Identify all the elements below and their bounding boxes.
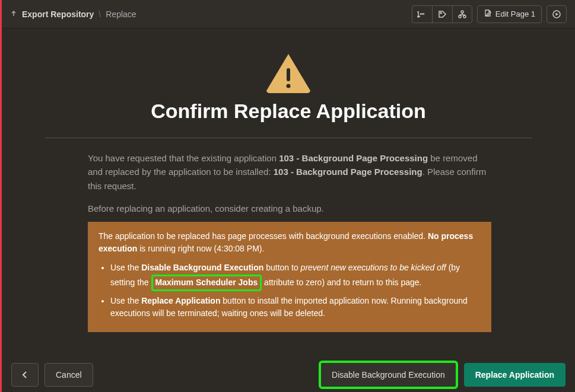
b2-replace: Replace Application: [141, 296, 220, 305]
back-button[interactable]: [11, 363, 39, 387]
backup-hint: Before replacing an application, conside…: [88, 203, 491, 213]
svg-point-9: [287, 84, 291, 88]
svg-point-6: [463, 15, 466, 18]
svg-point-0: [421, 13, 421, 14]
footer: Cancel Disable Background Execution Repl…: [2, 358, 575, 392]
alert-bullet-2: Use the Replace Application button to in…: [110, 295, 481, 320]
svg-point-5: [459, 15, 461, 18]
alert-intro-post: is running right now (4:30:08 PM).: [137, 244, 264, 253]
svg-point-1: [422, 13, 422, 14]
max-scheduler-jobs-highlight: Maximum Scheduler Jobs: [151, 275, 262, 291]
desc-pre: You have requested that the existing app…: [88, 153, 279, 163]
run-icon-button[interactable]: [547, 5, 567, 23]
b1-prevent: prevent new executions to be kicked off: [301, 263, 446, 272]
toolbar-icon-group: [412, 5, 472, 23]
description: You have requested that the existing app…: [88, 151, 491, 193]
b1-pre: Use the: [110, 263, 141, 272]
b2-pre: Use the: [110, 296, 141, 305]
svg-point-2: [424, 13, 424, 14]
tag-icon-button[interactable]: [432, 5, 452, 23]
svg-point-3: [440, 12, 441, 14]
chevron-left-icon: [21, 371, 28, 379]
b1-mid1: button to: [263, 263, 300, 272]
main-content: Confirm Replace Application You have req…: [2, 28, 575, 332]
breadcrumb-current: Replace: [106, 9, 136, 19]
desc-app-existing: 103 - Background Page Processing: [279, 153, 428, 163]
sitemap-icon-button[interactable]: [452, 5, 472, 23]
warning-icon: [265, 52, 312, 94]
page-title: Confirm Replace Application: [151, 100, 425, 123]
desc-app-new: 103 - Background Page Processing: [274, 167, 422, 177]
up-arrow-icon[interactable]: [10, 9, 17, 19]
breadcrumb-separator: \: [99, 9, 101, 19]
svg-point-4: [461, 11, 463, 13]
alert-intro-pre: The application to be replaced has page …: [99, 231, 428, 241]
disable-background-execution-button[interactable]: Disable Background Execution: [319, 361, 458, 389]
cancel-button[interactable]: Cancel: [45, 363, 93, 387]
svg-rect-8: [287, 68, 290, 81]
breadcrumb-parent[interactable]: Export Repository: [22, 9, 94, 19]
edit-page-label: Edit Page 1: [495, 9, 535, 18]
alert-list: Use the Disable Background Execution but…: [99, 262, 481, 320]
breadcrumb: Export Repository \ Replace: [10, 9, 136, 19]
topbar: Export Repository \ Replace Edit Page 1: [2, 0, 575, 28]
divider: [45, 138, 532, 138]
alert-bullet-1: Use the Disable Background Execution but…: [110, 262, 481, 291]
chat-icon-button[interactable]: [412, 5, 432, 23]
edit-page-icon: [484, 9, 492, 19]
toolbar-right: Edit Page 1: [412, 5, 567, 23]
edit-page-button[interactable]: Edit Page 1: [477, 5, 542, 23]
replace-application-button[interactable]: Replace Application: [464, 363, 566, 387]
b1-post: attribute to zero) and to return to this…: [262, 278, 421, 287]
alert-box: The application to be replaced has page …: [88, 222, 491, 332]
b1-disable: Disable Background Execution: [141, 263, 263, 272]
